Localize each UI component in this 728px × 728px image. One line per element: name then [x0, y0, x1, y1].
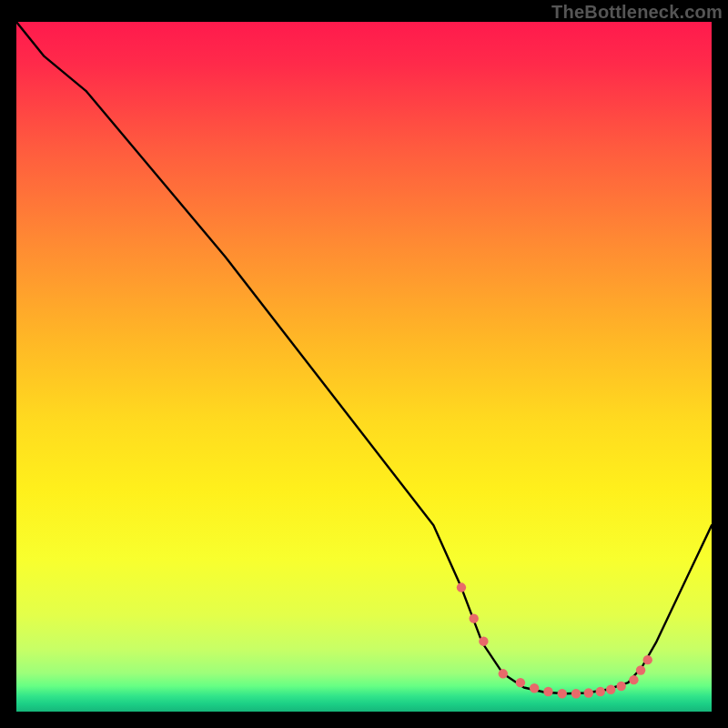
watermark-text: TheBottleneck.com [551, 2, 723, 23]
marker-dot [606, 685, 615, 694]
plot-area [16, 22, 712, 712]
marker-dot [629, 675, 638, 684]
chart-frame: TheBottleneck.com [0, 0, 728, 728]
marker-dot [636, 665, 645, 674]
marker-dot [479, 636, 488, 645]
marker-dot [516, 678, 525, 687]
chart-svg [16, 22, 712, 712]
marker-dot [571, 689, 581, 698]
marker-dot [616, 682, 625, 691]
gradient-background [16, 22, 712, 712]
marker-dot [584, 688, 593, 697]
marker-dot [543, 687, 552, 696]
marker-dot [499, 669, 508, 678]
marker-dot [530, 683, 539, 693]
marker-dot [558, 689, 567, 698]
marker-dot [596, 687, 605, 696]
marker-dot [457, 582, 466, 592]
marker-dot [470, 613, 479, 622]
marker-dot [643, 655, 652, 664]
